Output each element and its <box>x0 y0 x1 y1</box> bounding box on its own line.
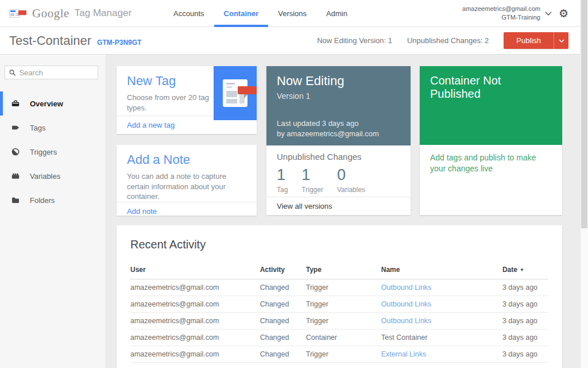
chevron-down-icon <box>545 12 552 16</box>
summary-cards: New Tag Choose from over 20 tag types. <box>117 66 562 216</box>
now-editing-card: Now Editing Version 1 Last updated 3 day… <box>266 66 411 215</box>
activity-cell-name: External Links <box>381 346 502 363</box>
publish-button[interactable]: Publish <box>504 32 554 49</box>
sidebar-item-triggers[interactable]: Triggers <box>0 140 106 164</box>
column-user: User <box>130 260 260 279</box>
container-header: Test-Container GTM-P3N9GT Now Editing Ve… <box>0 27 588 55</box>
activity-row: amazeemetrics@gmail.comChangedTriggerOut… <box>130 279 548 296</box>
activity-cell-date: 3 days ago <box>502 363 548 368</box>
now-editing-title: Now Editing <box>277 74 400 89</box>
activity-cell-user: amazeemetrics@gmail.com <box>130 279 260 296</box>
gtm-logo-icon <box>9 7 26 20</box>
search-input[interactable] <box>19 68 94 77</box>
now-editing-footer: View all versions <box>266 197 411 215</box>
stat-trigger: 1 Trigger <box>301 167 323 194</box>
activity-table-body: amazeemetrics@gmail.comChangedTriggerOut… <box>130 279 548 368</box>
scrollbar-thumb[interactable] <box>581 0 587 228</box>
sidebar-item-folders[interactable]: Folders <box>0 188 106 212</box>
activity-cell-activity: Changed <box>260 346 306 363</box>
sidebar-item-label: Overview <box>30 99 63 108</box>
last-updated-text: Last updated 3 days ago by amazeemetrics… <box>277 118 379 139</box>
column-activity: Activity <box>260 260 306 279</box>
tab-accounts[interactable]: Accounts <box>164 0 214 27</box>
sidebar-item-label: Triggers <box>30 148 57 156</box>
activity-cell-activity: Changed <box>260 313 306 329</box>
sidebar-item-label: Tags <box>30 124 45 132</box>
activity-cell-date: 3 days ago <box>502 279 548 296</box>
unpublished-changes-title: Unpublished Changes <box>277 152 400 162</box>
sidebar: Overview Tags Triggers <box>0 55 106 368</box>
stat-tag: 1 Tag <box>277 167 288 194</box>
activity-cell-date: 3 days ago <box>502 346 548 363</box>
add-note-footer: Add note <box>117 202 257 220</box>
tag-icon <box>11 123 20 132</box>
activity-row: amazeemetrics@gmail.comChangedContainerT… <box>130 329 548 346</box>
view-all-versions-link[interactable]: View all versions <box>277 202 332 210</box>
activity-cell-activity: Changed <box>260 329 306 346</box>
activity-name-link[interactable]: Outbound Links <box>381 300 432 308</box>
not-published-header: Container Not Published <box>420 66 562 145</box>
column-date[interactable]: Date▼ <box>502 260 548 279</box>
sidebar-item-tags[interactable]: Tags <box>0 116 106 140</box>
activity-row: amazeemetrics@gmail.comChangedTriggerOut… <box>130 296 548 313</box>
activity-cell-name: Outbound Link Click Event <box>381 363 502 368</box>
overview-icon <box>11 99 20 108</box>
unpublished-changes-count: Unpublished Changes: 2 <box>407 36 489 45</box>
content-layout: Overview Tags Triggers <box>0 55 588 368</box>
trigger-icon <box>11 147 20 156</box>
chevron-down-icon <box>559 39 564 43</box>
activity-cell-activity: Changed <box>260 296 306 313</box>
account-area: amazeemetrics@gmail.com GTM-Training ⚙ <box>462 5 579 22</box>
add-new-tag-link[interactable]: Add a new tag <box>127 121 175 129</box>
container-id: GTM-P3N9GT <box>97 39 141 47</box>
not-published-card: Container Not Published Add tags and pub… <box>420 66 562 215</box>
column-type: Type <box>306 260 381 279</box>
main-nav: Accounts Container Versions Admin <box>164 0 357 27</box>
add-note-title-link[interactable]: Add a Note <box>127 152 190 167</box>
activity-cell-date: 3 days ago <box>502 329 548 346</box>
product-name: Tag Manager <box>75 7 131 19</box>
new-tag-illustration-icon <box>214 66 257 120</box>
recent-activity-table: User Activity Type Name Date▼ amazeemetr… <box>130 260 548 368</box>
activity-cell-name: Test Container <box>381 329 502 346</box>
brand-logo-text: Google <box>32 6 69 21</box>
stat-variables: 0 Variables <box>337 167 365 194</box>
sort-descending-icon: ▼ <box>520 267 524 273</box>
activity-cell-type: Tag <box>306 363 381 368</box>
activity-cell-user: amazeemetrics@gmail.com <box>130 329 260 346</box>
folder-icon <box>11 195 20 205</box>
account-switcher[interactable]: amazeemetrics@gmail.com GTM-Training <box>462 5 552 22</box>
activity-name-link[interactable]: External Links <box>381 350 427 358</box>
activity-cell-type: Trigger <box>306 313 381 329</box>
page-title: Test-Container <box>9 33 91 48</box>
activity-name-link[interactable]: Outbound Links <box>381 317 432 325</box>
sidebar-item-variables[interactable]: Variables <box>0 164 106 188</box>
top-bar: Google Tag Manager Accounts Container Ve… <box>0 0 588 27</box>
tab-versions[interactable]: Versions <box>268 0 316 27</box>
activity-cell-user: amazeemetrics@gmail.com <box>130 346 260 363</box>
add-note-subtitle: You can add a note to capture certain in… <box>127 171 246 202</box>
add-note-link[interactable]: Add note <box>127 207 157 216</box>
publish-split-button: Publish <box>504 32 568 49</box>
activity-cell-name: Outbound Links <box>381 279 502 296</box>
new-tag-title-link[interactable]: New Tag <box>127 74 176 89</box>
change-stats: 1 Tag 1 Trigger 0 Variables <box>277 167 400 194</box>
gear-icon[interactable]: ⚙ <box>559 8 568 19</box>
activity-cell-name: Outbound Links <box>381 313 502 329</box>
activity-row: amazeemetrics@gmail.comChangedTriggerOut… <box>130 313 548 329</box>
tab-container[interactable]: Container <box>214 0 269 27</box>
activity-cell-type: Container <box>306 329 381 346</box>
account-org: GTM-Training <box>462 13 540 22</box>
gtm-app: Google Tag Manager Accounts Container Ve… <box>0 0 588 368</box>
tab-admin[interactable]: Admin <box>316 0 357 27</box>
activity-cell-user: amazeemetrics@gmail.com <box>130 363 260 368</box>
activity-cell-activity: Changed <box>260 279 306 296</box>
vertical-scrollbar[interactable] <box>580 0 588 368</box>
activity-cell-type: Trigger <box>306 296 381 313</box>
search-icon <box>9 69 16 76</box>
recent-activity-title: Recent Activity <box>130 238 548 251</box>
publish-dropdown-button[interactable] <box>554 32 568 49</box>
now-editing-version: Now Editing Version: 1 <box>317 36 392 45</box>
activity-name-link[interactable]: Outbound Links <box>381 283 432 292</box>
sidebar-item-overview[interactable]: Overview <box>0 91 106 116</box>
